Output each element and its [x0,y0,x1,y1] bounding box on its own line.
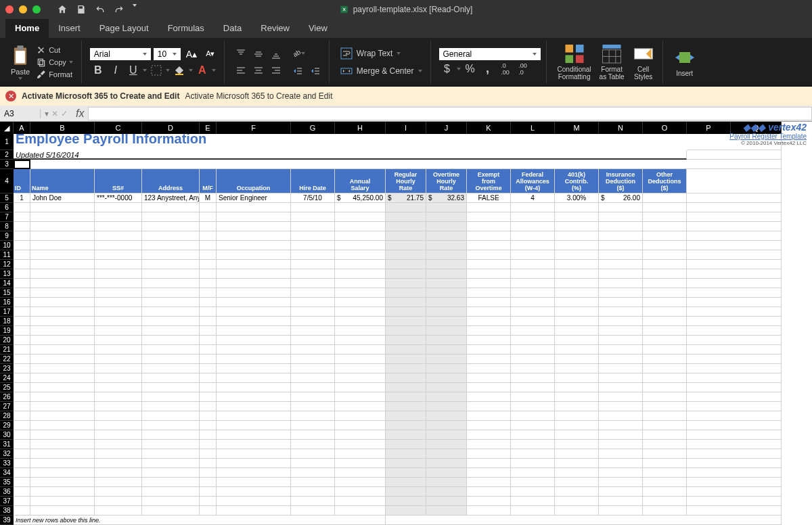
col-header-a[interactable]: A [14,122,30,134]
empty-cell[interactable] [291,402,335,411]
empty-cell[interactable] [95,250,142,260]
empty-cell[interactable] [217,317,291,326]
empty-cell[interactable] [643,402,687,411]
empty-cell[interactable] [467,203,511,212]
empty-cell[interactable] [142,478,200,487]
empty-cell[interactable] [599,231,643,241]
empty-cell[interactable] [467,355,511,364]
increase-font-button[interactable]: A▴ [183,47,200,62]
undo-icon[interactable] [95,4,106,15]
empty-cell[interactable] [643,468,687,478]
empty-cell[interactable] [30,440,95,449]
empty-cell[interactable] [511,364,555,373]
cell-salary[interactable]: $45,250.00 [335,193,386,203]
empty-cell[interactable] [555,468,599,478]
row-header-9[interactable]: 9 [0,231,14,241]
empty-cell[interactable] [511,411,555,421]
row-header-21[interactable]: 21 [0,345,14,355]
empty-cell[interactable] [291,203,335,212]
empty-cell[interactable] [599,269,643,279]
cell[interactable] [687,193,782,203]
empty-cell[interactable] [643,212,687,222]
empty-cell[interactable] [291,345,335,355]
empty-cell[interactable] [14,459,30,468]
empty-cell[interactable] [95,402,142,411]
empty-cell[interactable] [386,421,426,430]
empty-cell[interactable] [200,326,217,336]
cell[interactable] [687,506,782,516]
empty-cell[interactable] [14,212,30,222]
empty-cell[interactable] [30,203,95,212]
row-header-34[interactable]: 34 [0,468,14,478]
empty-cell[interactable] [426,459,467,468]
empty-cell[interactable] [555,421,599,430]
empty-cell[interactable] [555,241,599,250]
empty-cell[interactable] [335,231,386,241]
increase-decimal-button[interactable]: .0.00 [497,62,514,76]
cell[interactable] [687,260,782,269]
empty-cell[interactable] [511,212,555,222]
empty-cell[interactable] [14,260,30,269]
empty-cell[interactable] [599,383,643,392]
empty-cell[interactable] [426,355,467,364]
enter-formula-button[interactable]: ✓ [61,109,68,118]
align-top-button[interactable] [233,47,249,62]
tab-insert[interactable]: Insert [49,19,90,38]
number-format-select[interactable]: General [439,48,541,60]
empty-cell[interactable] [217,411,291,421]
empty-cell[interactable] [555,222,599,231]
empty-cell[interactable] [217,497,291,506]
empty-cell[interactable] [643,364,687,373]
cell[interactable] [687,231,782,241]
cell[interactable] [687,478,782,487]
cell-hire[interactable]: 7/5/10 [291,193,335,203]
empty-cell[interactable] [426,222,467,231]
empty-cell[interactable] [217,478,291,487]
row-header-25[interactable]: 25 [0,383,14,392]
cell[interactable] [687,487,782,497]
empty-cell[interactable] [643,241,687,250]
empty-cell[interactable] [291,487,335,497]
empty-cell[interactable] [467,260,511,269]
empty-cell[interactable] [200,468,217,478]
empty-cell[interactable] [200,250,217,260]
empty-cell[interactable] [200,364,217,373]
empty-cell[interactable] [511,345,555,355]
empty-cell[interactable] [599,411,643,421]
empty-cell[interactable] [95,497,142,506]
empty-cell[interactable] [467,402,511,411]
empty-cell[interactable] [142,459,200,468]
empty-cell[interactable] [291,383,335,392]
empty-cell[interactable] [467,345,511,355]
empty-cell[interactable] [30,411,95,421]
empty-cell[interactable] [30,317,95,326]
empty-cell[interactable] [643,326,687,336]
empty-cell[interactable] [386,326,426,336]
empty-cell[interactable] [217,459,291,468]
empty-cell[interactable] [467,411,511,421]
empty-cell[interactable] [200,411,217,421]
row-header-28[interactable]: 28 [0,411,14,421]
wrap-text-button[interactable]: Wrap Text [338,46,425,61]
row-header-22[interactable]: 22 [0,355,14,364]
row-header-12[interactable]: 12 [0,260,14,269]
empty-cell[interactable] [14,383,30,392]
empty-cell[interactable] [599,478,643,487]
empty-cell[interactable] [30,336,95,345]
empty-cell[interactable] [426,468,467,478]
empty-cell[interactable] [95,478,142,487]
empty-cell[interactable] [643,421,687,430]
increase-indent-button[interactable] [307,64,323,78]
empty-cell[interactable] [599,506,643,516]
empty-cell[interactable] [142,317,200,326]
empty-cell[interactable] [200,440,217,449]
cell-insurance[interactable]: $26.00 [599,193,643,203]
spreadsheet-grid[interactable]: ◆◆◆ vertex42 Payroll Register Template ©… [0,122,812,525]
empty-cell[interactable] [599,459,643,468]
col-header-g[interactable]: G [291,122,335,134]
empty-cell[interactable] [467,241,511,250]
empty-cell[interactable] [426,478,467,487]
empty-cell[interactable] [95,298,142,307]
empty-cell[interactable] [217,364,291,373]
empty-cell[interactable] [599,307,643,317]
